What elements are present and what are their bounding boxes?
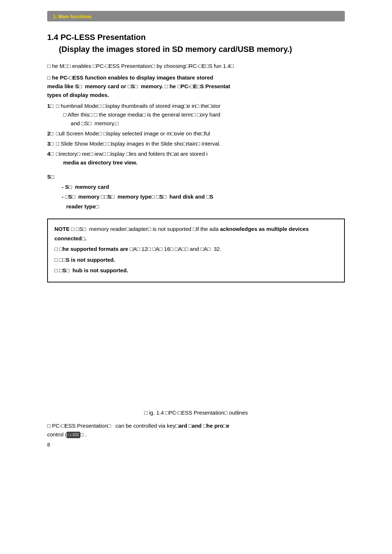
section-subtitle: (Display the images stored in SD memory … [59,44,345,55]
sd-item-1: - S□ memory card [62,182,345,192]
header-label: 1. Main functions [53,14,91,19]
note-line-4: □ □S□ hub is not supported. [54,266,338,275]
sd-heading: S□ [47,174,345,180]
list-item-4: 4□ □irectory□ ree□ iew□ □isplay □les and… [47,150,345,167]
page-container: 1. Main functions 1.4 PC-LESS Presentati… [0,11,392,554]
footer-text: □ PC-□ESS Presentation□ can be controlle… [47,421,345,439]
note-line-1: NOTE □ □S□ memory reader□adapter□ is not… [54,224,338,243]
list-item-2: 2□ □ull Screen Mode□ □isplay selected im… [47,129,345,138]
page-link-icon[interactable]: □□102 [67,432,80,438]
paragraph-2: □ he PC-□ESS function enables to display… [47,73,345,99]
figure-area [47,290,345,406]
section-title: 1.4 PC-LESS Presentation [47,32,345,43]
note-line-3: □ □□S is not supported. [54,255,338,265]
list-item-1: 1□ □ humbnail Mode□ □isplay thumbnails o… [47,102,345,128]
sd-section: S□ - S□ memory card - □S□ memory □□S□ me… [47,174,345,211]
note-box: NOTE □ □S□ memory reader□adapter□ is not… [47,219,345,282]
numbered-list: 1□ □ humbnail Mode□ □isplay thumbnails o… [47,102,345,167]
figure-caption: □ ig. 1.4 □PC-□ESS Presentation□ outline… [47,410,345,416]
sd-item-2: - □S□ memory □□S□ memory type□ □S□ hard … [62,192,345,211]
paragraph-1: □ he M□□ enables □PC-□ESS Presentation□ … [47,62,345,70]
page-number: 8 [47,442,345,448]
list-item-3: 3□ □ Slide Show Mode□ □isplay images in … [47,139,345,148]
header-bar: 1. Main functions [47,11,345,21]
note-line-2: □ □he supported formats are □A□ 12□ □A□ … [54,244,338,254]
main-content: 1.4 PC-LESS Presentation (Display the im… [47,21,345,462]
sd-items: - S□ memory card - □S□ memory □□S□ memor… [62,182,345,211]
